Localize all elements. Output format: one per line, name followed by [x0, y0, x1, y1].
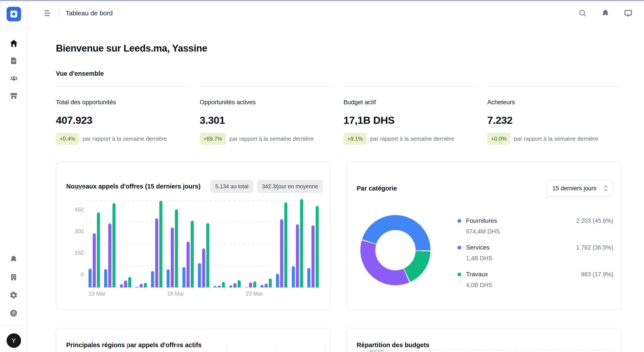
legend-item-travaux: Travaux 863 (17.9%) 4,0B DHS: [458, 271, 613, 289]
bell-icon: [601, 9, 610, 17]
notifications-button[interactable]: [601, 9, 610, 18]
bar-green: [175, 209, 178, 287]
search-button[interactable]: [578, 9, 587, 18]
regions-bar-chart: [128, 344, 325, 352]
x-tick-label: [104, 291, 114, 297]
x-tick-label: [277, 291, 287, 297]
menu-icon[interactable]: [44, 10, 52, 16]
bottom-row: Principales régions par appels d'offres …: [56, 328, 622, 352]
bar-green: [300, 199, 303, 287]
bar-blue: [151, 271, 154, 287]
x-tick-label: 13 Mar: [88, 291, 99, 297]
bar-blue: [292, 266, 295, 287]
bar-blue: [229, 285, 232, 287]
stat-value: 17,1B DHS: [344, 114, 477, 126]
category-legend: Fournitures 2.203 (45.6%) 574,4M DHS Ser…: [458, 217, 613, 298]
x-tick-label: [136, 291, 146, 297]
card-title: Nouveaux appels d'offres (15 derniers jo…: [66, 183, 200, 190]
stat-note: par rapport à la semaine dernière: [83, 135, 167, 142]
sidebar-item-store[interactable]: [9, 91, 19, 101]
sidebar-help[interactable]: ?: [9, 308, 18, 318]
bar-purple: [234, 283, 236, 287]
new-tenders-card: Nouveaux appels d'offres (15 derniers jo…: [56, 161, 331, 310]
topbar: Tableau de bord: [28, 1, 644, 25]
bar-blue: [120, 284, 123, 287]
bar-green: [269, 278, 272, 287]
legend-budget: 574,4M DHS: [466, 228, 613, 235]
sidebar-notifications[interactable]: [9, 254, 18, 264]
legend-value: 1.762 (36.5%): [576, 244, 613, 251]
x-tick-label: 18 Mar: [167, 291, 177, 297]
stat-label: Budget actif: [344, 99, 477, 106]
help-icon: ?: [9, 309, 18, 317]
stat-label: Total des opportunités: [56, 99, 190, 106]
overview-section-title: Vue d'ensemble: [56, 70, 622, 77]
stat-value: 407.923: [56, 114, 190, 126]
stat-note: par rapport à la semaine dernière: [370, 135, 454, 142]
bar-purple: [296, 224, 299, 287]
donut-hole: [375, 230, 416, 270]
top-regions-card: Principales régions par appels d'offres …: [56, 328, 331, 352]
x-tick-label: [309, 291, 319, 297]
sidebar-item-people[interactable]: [9, 74, 19, 83]
stat-delta-badge: +0.0%: [487, 133, 510, 145]
sidebar-item-home[interactable]: [9, 38, 19, 48]
topbar-divider: [60, 8, 60, 18]
gear-icon: [9, 291, 18, 300]
legend-label: Services: [466, 244, 490, 251]
legend-dot-purple: [458, 246, 461, 250]
stat-delta-badge: +69.7%: [200, 133, 226, 145]
sidebar-organization[interactable]: [9, 272, 18, 282]
logo-petals-icon: [9, 9, 19, 19]
sidebar-settings[interactable]: [9, 290, 18, 300]
x-tick-label: [214, 291, 224, 297]
bell-icon: [10, 255, 18, 263]
logo-container: [0, 1, 28, 28]
store-icon: [10, 92, 18, 100]
building-icon: [10, 273, 18, 281]
bar-blue: [166, 269, 170, 287]
stat-buyers: Acheteurs 7.232 +0.0% par rapport à la s…: [487, 86, 621, 145]
bar-blue: [214, 286, 216, 287]
bar-green: [159, 201, 162, 287]
bar-blue: [260, 285, 264, 287]
bar-purple: [202, 248, 205, 287]
sidebar-item-documents[interactable]: [9, 56, 19, 66]
bar-group: [166, 209, 178, 287]
dashboard-page: ? Y Tableau de bord: [0, 0, 644, 352]
stat-active-opportunities: Opportunités actives 3.301 +69.7% par ra…: [200, 86, 334, 145]
bar-green: [238, 280, 241, 287]
sidebar-nav: [0, 28, 28, 101]
user-avatar[interactable]: Y: [6, 333, 21, 348]
people-icon: [9, 74, 18, 83]
bar-purple: [186, 242, 190, 287]
topbar-actions: [578, 9, 632, 18]
period-select[interactable]: 15 derniers jours: [546, 180, 613, 197]
bar-green: [112, 203, 116, 287]
stat-active-budget: Budget actif 17,1B DHS +9.1% par rapport…: [344, 86, 477, 145]
legend-value: 2.203 (45.6%): [576, 218, 613, 224]
sidebar-bottom-nav: ?: [0, 254, 27, 318]
bar-green: [144, 283, 147, 287]
stat-delta-badge: +0.4%: [56, 133, 79, 145]
stat-note: par rapport à la semaine dernière: [230, 135, 314, 142]
x-tick-label: [230, 291, 240, 297]
y-tick-label: 450: [74, 206, 84, 213]
display-button[interactable]: [624, 9, 632, 18]
bar-green: [191, 221, 194, 287]
x-tick-label: [293, 291, 303, 297]
bar-group: [229, 280, 241, 287]
bar-purple: [171, 228, 174, 287]
stat-value: 3.301: [200, 114, 334, 126]
bar-chart-plot: [86, 201, 320, 287]
legend-value: 863 (17.9%): [581, 271, 613, 278]
bar-green: [222, 282, 225, 287]
stat-label: Acheteurs: [487, 99, 621, 106]
bar-green: [206, 223, 209, 287]
app-logo[interactable]: [6, 7, 21, 21]
budget-chart: 60000: [357, 344, 613, 352]
bar-group: [276, 202, 287, 287]
x-tick-label: [262, 291, 272, 297]
legend-dot-green: [458, 273, 461, 276]
legend-item-fournitures: Fournitures 2.203 (45.6%) 574,4M DHS: [458, 217, 613, 235]
